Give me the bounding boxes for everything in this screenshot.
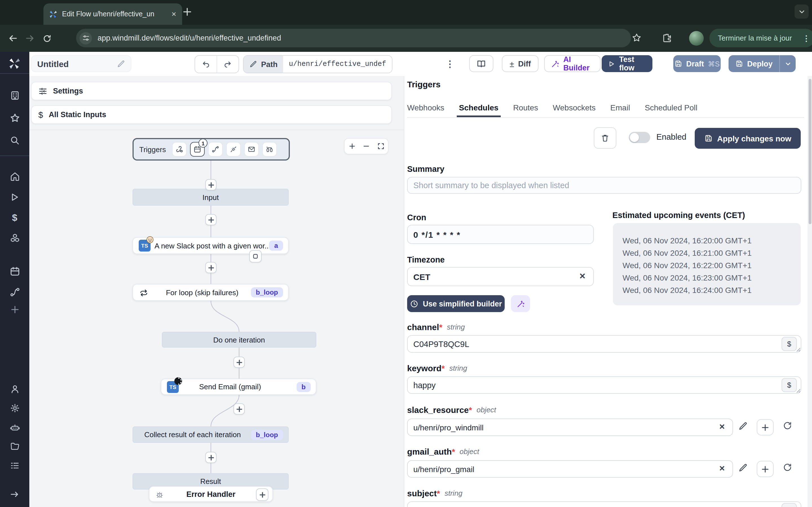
sidebar-item-home[interactable] [0,171,29,182]
undo-button[interactable] [195,56,217,73]
sidebar-item-workers[interactable] [0,422,29,433]
path-field[interactable]: Path u/henri/effective_undef [243,55,393,73]
insert-step-button[interactable] [234,356,245,368]
deploy-dropdown-button[interactable] [779,55,796,72]
sidebar-item-logs[interactable] [0,460,29,471]
insert-step-button[interactable] [234,403,245,414]
test-flow-button[interactable]: Test flow [602,55,652,72]
scrollbar-thumb[interactable] [808,79,811,224]
forloop-step-node[interactable]: For loop (skip failures) b_loop [133,284,289,301]
browser-menu-kebab-icon[interactable]: ⋮ [802,34,810,43]
sidebar-item-schedules[interactable] [0,266,29,277]
sidebar-item-folders[interactable] [0,441,29,452]
url-bar[interactable]: app.windmill.dev/flows/edit/u/henri/effe… [76,29,631,47]
tab-websockets[interactable]: Websockets [553,103,596,117]
send-email-step-node[interactable]: TS Send Email (gmail) b [161,379,316,395]
zoom-out-icon[interactable] [359,143,373,150]
websocket-trigger-icon[interactable] [226,142,241,157]
summary-input[interactable] [407,177,801,194]
do-one-iteration-node[interactable]: Do one iteration [162,332,316,348]
sidebar-item-favorites[interactable] [0,113,29,123]
sidebar-item-create[interactable] [0,304,29,315]
tab-scheduled-poll[interactable]: Scheduled Poll [645,103,698,117]
insert-step-button[interactable] [205,214,216,225]
route-trigger-icon[interactable] [208,142,223,157]
windmill-logo-icon[interactable] [0,57,29,70]
gmail-auth-input[interactable] [407,460,733,478]
diff-button[interactable]: ± Diff [502,55,539,72]
email-trigger-icon[interactable] [244,142,259,157]
tab-email[interactable]: Email [610,103,630,117]
clear-timezone-icon[interactable]: ✕ [579,272,586,281]
slack-resource-input[interactable] [407,418,733,436]
site-settings-icon[interactable] [80,32,92,44]
toolbar-kebab-icon[interactable]: ⋮ [446,55,455,72]
edit-gmail-auth-icon[interactable] [738,463,748,473]
bookmark-star-icon[interactable] [631,33,642,43]
edit-slack-resource-icon[interactable] [738,421,748,431]
resize-handle-icon[interactable] [796,389,801,393]
resize-handle-icon[interactable] [796,348,801,352]
sidebar-item-variables[interactable]: $ [0,212,29,224]
add-gmail-auth-button[interactable] [757,461,774,477]
tab-search-chevron-icon[interactable] [795,4,809,18]
profile-avatar[interactable] [689,31,704,46]
browser-update-button[interactable]: Terminer la mise à jour ⋮ [709,29,812,47]
back-icon[interactable] [4,33,21,43]
refresh-gmail-auth-icon[interactable] [783,462,792,472]
error-handler-node[interactable]: Error Handler [149,486,273,502]
input-node[interactable]: Input [133,189,289,206]
forward-icon[interactable] [21,33,38,43]
apply-changes-button[interactable]: Apply changes now [695,128,801,149]
deploy-button[interactable]: Deploy [728,55,779,72]
sidebar-expand-arrow-icon[interactable] [0,489,29,500]
zoom-in-icon[interactable] [345,143,359,150]
browser-tab[interactable]: Edit Flow u/henri/effective_un ✕ [43,3,182,25]
sidebar-item-settings[interactable] [0,403,29,413]
channel-input[interactable] [407,335,801,353]
subject-insert-variable-button[interactable]: $ [781,503,797,507]
schedule-trigger-icon[interactable]: 1 [190,142,205,157]
cron-input[interactable] [407,225,594,244]
insert-step-button[interactable] [205,262,216,273]
keyword-insert-variable-button[interactable]: $ [781,378,797,392]
tab-schedules[interactable]: Schedules [459,103,499,117]
triggers-node[interactable]: Triggers 1 [133,138,290,161]
channel-insert-variable-button[interactable]: $ [781,337,797,351]
keyword-input[interactable] [407,376,801,394]
sidebar-item-account[interactable] [0,384,29,394]
clear-gmail-auth-icon[interactable]: ✕ [719,464,725,473]
slack-step-node[interactable]: TS A new Slack post with a given wor... … [133,237,289,254]
redo-button[interactable] [217,56,239,73]
add-slack-resource-button[interactable] [757,419,774,436]
ai-cron-wand-button[interactable] [511,295,530,312]
tab-close-icon[interactable]: ✕ [171,10,176,18]
flow-name-field[interactable]: Untitled [31,55,132,72]
sidebar-item-search[interactable] [0,135,29,146]
docs-book-button[interactable] [469,55,493,72]
reload-icon[interactable] [38,34,55,43]
sidebar-item-runs[interactable] [0,192,29,202]
tab-routes[interactable]: Routes [513,103,538,117]
insert-step-button[interactable] [205,452,216,463]
collect-result-node[interactable]: Collect result of each iteration b_loop [133,427,289,443]
delete-schedule-button[interactable] [594,127,616,149]
sidebar-item-workspace[interactable] [0,90,29,101]
sidebar-item-resources[interactable] [0,233,29,243]
sidebar-item-routes[interactable] [0,287,29,297]
extensions-puzzle-icon[interactable] [662,33,672,43]
edit-name-pencil-icon[interactable] [117,59,125,68]
scheduled-poll-trigger-icon[interactable] [262,142,277,157]
fit-view-icon[interactable] [373,143,388,150]
draft-button[interactable]: Draft ⌘S [673,55,721,72]
clear-slack-resource-icon[interactable]: ✕ [719,422,725,431]
new-tab-icon[interactable] [182,6,193,17]
ai-builder-button[interactable]: AI Builder [544,55,601,72]
path-value-segment[interactable]: u/henri/effective_undef [283,56,392,73]
insert-inline-node-button[interactable] [249,250,262,263]
insert-step-button[interactable] [205,179,216,190]
enabled-toggle[interactable] [629,132,650,143]
panel-scrollbar[interactable] [808,76,812,507]
tab-webhooks[interactable]: Webhooks [407,103,444,117]
timezone-input[interactable] [407,267,594,286]
